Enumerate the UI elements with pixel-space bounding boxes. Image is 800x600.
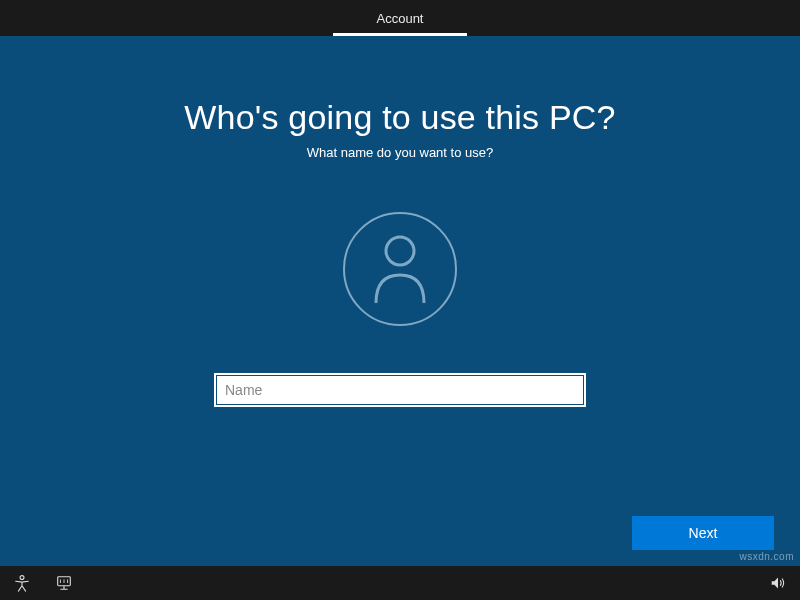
bottom-bar — [0, 566, 800, 600]
avatar-placeholder — [343, 212, 457, 326]
next-button[interactable]: Next — [632, 516, 774, 550]
person-icon — [367, 233, 433, 305]
watermark: wsxdn.com — [739, 551, 794, 562]
svg-point-1 — [20, 576, 24, 580]
page-title: Who's going to use this PC? — [184, 98, 615, 137]
bottom-left-controls — [12, 573, 74, 593]
svg-point-0 — [386, 237, 414, 265]
tab-account[interactable]: Account — [333, 3, 468, 36]
page-subtitle: What name do you want to use? — [307, 145, 493, 160]
input-method-icon[interactable] — [54, 573, 74, 593]
name-input[interactable] — [215, 374, 585, 406]
ease-of-access-icon[interactable] — [12, 573, 32, 593]
main-content: Who's going to use this PC? What name do… — [0, 36, 800, 566]
top-bar: Account — [0, 0, 800, 36]
volume-icon[interactable] — [768, 573, 788, 593]
